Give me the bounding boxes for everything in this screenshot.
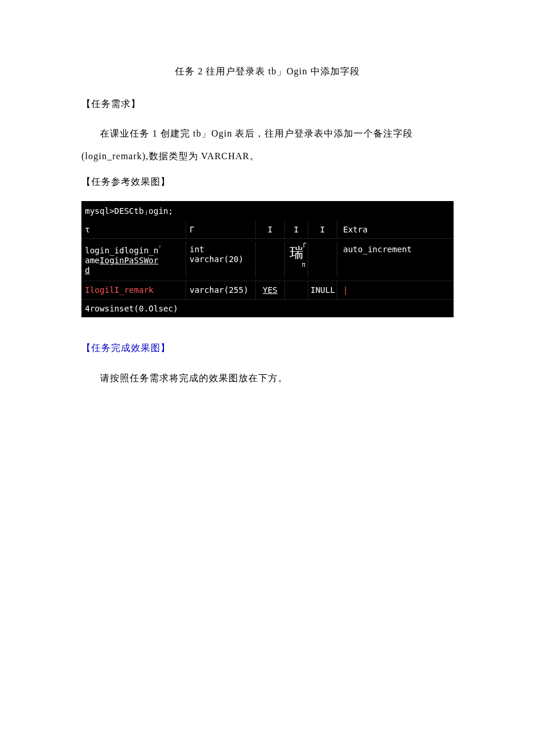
td-default — [308, 242, 337, 277]
key-sub: π — [287, 261, 305, 268]
th-type: Γ — [186, 221, 256, 238]
th-key: I — [285, 221, 308, 238]
key-sup: Γ — [303, 242, 306, 249]
terminal-data-row: login_idlogin_nʳ ameIoginPaSSWor d int v… — [81, 239, 454, 281]
type-line1: int — [190, 245, 252, 255]
terminal-header-row: τ Γ I I I Extra — [81, 221, 454, 239]
td-field: IlogilI_remark — [81, 281, 186, 299]
terminal-output: mysql>DESCtbⱼogin; τ Γ I I I Extra login… — [81, 201, 454, 318]
terminal-data-row: IlogilI_remark varchar(255) YES INULL | — [81, 281, 454, 299]
field-line3: d — [85, 266, 182, 275]
th-extra: Extra — [337, 221, 454, 238]
td-key — [285, 281, 308, 299]
th-null: I — [256, 221, 285, 238]
done-instruction: 请按照任务需求将完成的效果图放在下方。 — [81, 367, 454, 389]
requirement-text: 在课业任务 1 创建完 tb」Ogin 表后，往用户登录表中添加一个备注字段 (… — [81, 123, 454, 167]
th-field: τ — [81, 221, 186, 238]
td-extra: auto_increment — [337, 242, 454, 277]
section-reference-label: 【任务参考效果图】 — [81, 174, 454, 189]
field-line2: ameIoginPaSSWor — [85, 256, 182, 266]
td-field: login_idlogin_nʳ ameIoginPaSSWor d — [81, 242, 186, 277]
th-default: I — [308, 221, 337, 238]
field-line1: login_idlogin_nʳ — [85, 245, 182, 255]
page-title: 任务 2 往用户登录表 tb」Ogin 中添加字段 — [81, 64, 454, 79]
td-type: varchar(255) — [186, 281, 256, 299]
td-null — [256, 242, 285, 277]
terminal-prompt: mysql>DESCtbⱼogin; — [81, 201, 454, 221]
type-line2: varchar(20) — [190, 255, 252, 264]
section-requirement-label: 【任务需求】 — [81, 96, 454, 112]
td-extra: | — [337, 281, 454, 299]
td-default: INULL — [308, 281, 337, 299]
td-key: Γ 瑞 π — [285, 242, 308, 277]
terminal-footer: 4rowsinset(0.Olsec) — [81, 300, 454, 317]
td-type: int varchar(20) — [186, 242, 256, 277]
td-null: YES — [256, 281, 285, 299]
section-done-label: 【任务完成效果图】 — [81, 341, 454, 356]
